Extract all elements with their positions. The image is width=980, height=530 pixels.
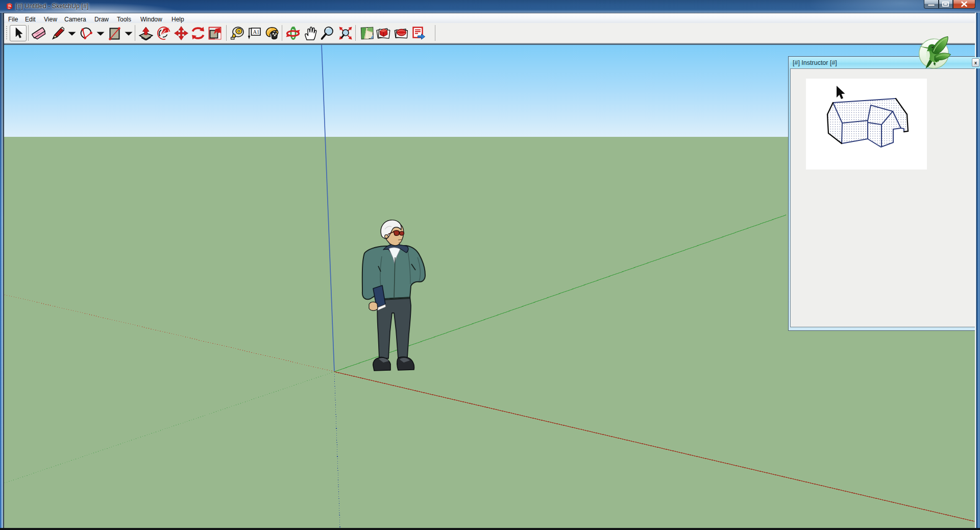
svg-text:A1: A1 <box>253 29 260 35</box>
